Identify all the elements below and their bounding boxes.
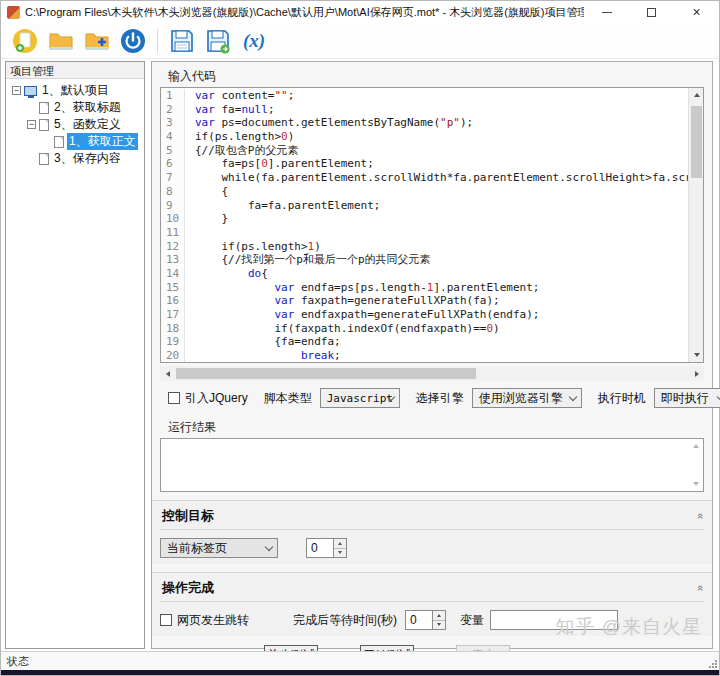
line-number: 1 [161,89,185,103]
window-title: C:\Program Files\木头软件\木头浏览器(旗舰版)\Cache\默… [25,5,584,20]
operation-done-header: 操作完成 [162,579,214,597]
resize-grip-icon[interactable] [708,659,717,668]
line-number: 9 [161,199,185,213]
editor-vertical-scrollbar[interactable] [688,88,703,362]
app-icon [7,6,20,19]
open-project-button[interactable] [43,25,79,57]
function-icon: (x) [243,30,265,52]
tree-item[interactable]: 2、获取标题 [6,99,144,116]
timing-value: 即时执行 [661,390,709,407]
close-button[interactable]: × [674,1,719,23]
scroll-down-icon[interactable] [689,477,703,491]
watermark: 知乎 @来自火星 [555,614,702,640]
code-line: 2var fa=null; [161,103,688,117]
document-icon [54,136,64,148]
line-number: 6 [161,157,185,171]
code-line: 15 var endfa=ps[ps.length-1].parentEleme… [161,281,688,295]
function-button[interactable]: (x) [236,25,272,57]
jquery-checkbox-wrap[interactable]: 引入JQuery [168,390,248,407]
page-jump-checkbox-wrap[interactable]: 网页发生跳转 [160,612,249,629]
script-type-value: Javascript [327,392,393,405]
tree-item[interactable]: −1、默认项目 [6,82,144,99]
minimize-icon [602,12,612,13]
line-number: 16 [161,294,185,308]
document-icon [39,119,49,131]
stepper-up-icon[interactable] [433,611,445,621]
add-project-button[interactable] [79,25,115,57]
page-jump-checkbox[interactable] [160,614,172,626]
line-number: 14 [161,267,185,281]
code-line: 9 fa=fa.parentElement; [161,199,688,213]
code-line: 3var ps=document.getElementsByTagName("p… [161,116,688,130]
code-line: 7 while(fa.parentElement.scrollWidth*fa.… [161,171,688,185]
code-lines: 1var content="";2var fa=null;3var ps=doc… [161,89,688,362]
status-label: 状态 [7,654,29,669]
tab-index-stepper[interactable]: 0 [306,538,347,558]
code-line: 14 do{ [161,267,688,281]
minimize-button[interactable] [584,1,629,23]
tree-item-label: 2、获取标题 [52,99,123,116]
scroll-down-icon[interactable] [689,348,704,362]
wait-time-stepper[interactable]: 0 [405,610,446,630]
line-number: 3 [161,116,185,130]
jquery-checkbox[interactable] [168,392,180,404]
close-icon: × [692,5,700,19]
engine-label: 选择引擎 [416,390,464,407]
tree-item[interactable]: −5、函数定义 [6,116,144,133]
code-line: 13 {//找到第一个p和最后一个p的共同父元素 [161,253,688,267]
power-icon [120,28,146,54]
editor-horizontal-scrollbar[interactable] [160,366,704,381]
scroll-left-icon[interactable] [160,366,175,381]
line-number: 12 [161,240,185,254]
page-jump-label: 网页发生跳转 [177,612,249,629]
tree-item-label: 5、函数定义 [52,116,123,133]
tree-expander-icon[interactable]: − [27,120,36,129]
computer-icon [24,86,37,96]
title-bar: C:\Program Files\木头软件\木头浏览器(旗舰版)\Cache\默… [1,1,719,23]
chevron-down-icon [265,543,273,551]
run-button[interactable] [115,25,151,57]
script-type-select[interactable]: Javascript [320,388,400,408]
collapse-icon[interactable]: « [695,585,707,591]
chevron-down-icon [568,393,576,401]
status-bar: 状态 [1,651,719,670]
maximize-button[interactable] [629,1,674,23]
code-line: 8 { [161,185,688,199]
code-line: 4if(ps.length>0) [161,130,688,144]
project-panel-header: 项目管理 [6,62,144,79]
save-button[interactable] [164,25,200,57]
tab-target-value: 当前标签页 [167,540,227,557]
stepper-up-icon[interactable] [334,539,346,549]
code-line: 19 {fa=endfa; [161,335,688,349]
code-editor-label: 输入代码 [168,68,704,85]
scrollbar-thumb[interactable] [691,106,702,178]
tree-item-label: 1、默认项目 [40,82,111,99]
editor-panel: 输入代码 1var content="";2var fa=null;3var p… [151,61,713,649]
line-number: 11 [161,226,185,240]
tab-target-select[interactable]: 当前标签页 [160,538,278,558]
document-icon [39,102,49,114]
engine-select[interactable]: 使用浏览器引擎 [472,388,582,408]
scroll-up-icon[interactable] [689,439,703,453]
new-project-button[interactable] [7,25,43,57]
result-output[interactable] [160,438,704,492]
save-icon [169,28,195,54]
result-scrollbar[interactable] [689,439,703,491]
line-number: 20 [161,349,185,362]
script-type-label: 脚本类型 [264,390,312,407]
tree-item[interactable]: 1、获取正文 [6,133,144,150]
scroll-right-icon[interactable] [689,366,704,381]
collapse-icon[interactable]: « [695,513,707,519]
timing-select[interactable]: 即时执行 [654,388,720,408]
code-line: 12 if(ps.length>1) [161,240,688,254]
stepper-down-icon[interactable] [334,549,346,558]
line-number: 19 [161,335,185,349]
save-as-button[interactable] [200,25,236,57]
scroll-up-icon[interactable] [689,88,704,102]
scrollbar-thumb[interactable] [176,368,476,379]
tree-expander-icon[interactable]: − [12,86,21,95]
main-area: 项目管理 −1、默认项目2、获取标题−5、函数定义1、获取正文3、保存内容 输入… [1,59,719,651]
tree-item[interactable]: 3、保存内容 [6,150,144,167]
stepper-down-icon[interactable] [433,621,445,630]
code-editor[interactable]: 1var content="";2var fa=null;3var ps=doc… [160,87,704,363]
